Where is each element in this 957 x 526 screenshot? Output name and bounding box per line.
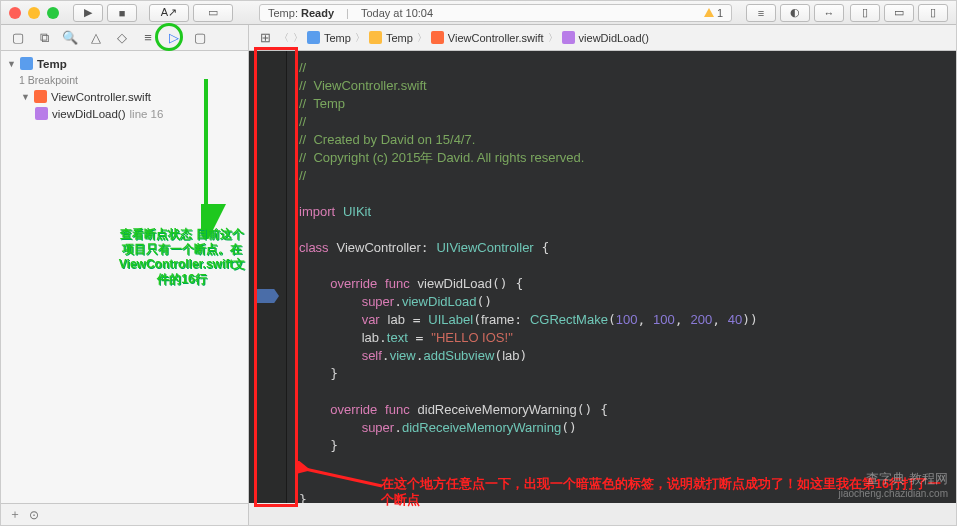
annotation-text-green: 查看断点状态 目前这个项目只有一个断点。在 ViewController.swi… xyxy=(117,227,247,287)
breakpoint-count: 1 Breakpoint xyxy=(1,72,248,88)
swift-file-icon xyxy=(431,31,444,44)
disclosure-icon: ▼ xyxy=(7,59,16,69)
svg-line-1 xyxy=(305,469,382,486)
related-items-icon[interactable]: ⊞ xyxy=(255,28,275,48)
project-icon xyxy=(20,57,33,70)
toggle-debug-button[interactable]: ▭ xyxy=(884,4,914,22)
navigator-selector: ▢ ⧉ 🔍 △ ◇ ≡ ▷ ▢ xyxy=(1,25,249,50)
build-status: Temp: Ready xyxy=(268,7,334,19)
report-nav-icon[interactable]: ▢ xyxy=(187,28,213,48)
symbol-nav-icon[interactable]: ⧉ xyxy=(31,28,57,48)
code-area[interactable]: // // ViewController.swift // Temp // //… xyxy=(287,51,956,503)
stop-icon: ■ xyxy=(119,7,126,19)
destination-selector[interactable]: ▭ xyxy=(193,4,233,22)
folder-icon xyxy=(369,31,382,44)
titlebar: ▶ ■ A↗ ▭ Temp: Ready | Today at 10:04 1 … xyxy=(1,1,956,25)
project-icon xyxy=(307,31,320,44)
activity-view[interactable]: Temp: Ready | Today at 10:04 1 xyxy=(259,4,732,22)
issues-indicator[interactable]: 1 xyxy=(704,7,723,19)
debug-nav-icon[interactable]: ≡ xyxy=(135,28,161,48)
minimize-button[interactable] xyxy=(28,7,40,19)
test-nav-icon[interactable]: ◇ xyxy=(109,28,135,48)
play-icon: ▶ xyxy=(84,6,92,19)
annotation-box-red xyxy=(254,47,298,507)
window-controls xyxy=(9,7,59,19)
project-nav-icon[interactable]: ▢ xyxy=(5,28,31,48)
stop-button[interactable]: ■ xyxy=(107,4,137,22)
scheme-selector[interactable]: A↗ xyxy=(149,4,189,22)
close-button[interactable] xyxy=(9,7,21,19)
warning-icon xyxy=(704,8,714,17)
swift-file-icon xyxy=(34,90,47,103)
method-icon xyxy=(562,31,575,44)
annotation-arrow-red xyxy=(297,461,387,501)
editor-version-button[interactable]: ↔ xyxy=(814,4,844,22)
run-button[interactable]: ▶ xyxy=(73,4,103,22)
add-button[interactable]: ＋ xyxy=(9,506,21,523)
method-icon xyxy=(35,107,48,120)
disclosure-icon: ▼ xyxy=(21,92,30,102)
breakpoint-row[interactable]: viewDidLoad() line 16 xyxy=(1,105,248,122)
jump-bar: ⊞ 〈 〉 Temp〉 Temp〉 ViewController.swift〉 … xyxy=(249,25,956,50)
secondary-toolbar: ▢ ⧉ 🔍 △ ◇ ≡ ▷ ▢ ⊞ 〈 〉 Temp〉 Temp〉 ViewCo… xyxy=(1,25,956,51)
watermark: 查字典 教程网 jiaocheng.chazidian.com xyxy=(838,470,948,499)
editor: // // ViewController.swift // Temp // //… xyxy=(249,51,956,503)
jump-project[interactable]: Temp xyxy=(307,31,351,44)
build-time: Today at 10:04 xyxy=(361,7,433,19)
issue-nav-icon[interactable]: △ xyxy=(83,28,109,48)
jump-file[interactable]: ViewController.swift xyxy=(431,31,544,44)
toggle-utilities-button[interactable]: ▯ xyxy=(918,4,948,22)
toggle-navigator-button[interactable]: ▯ xyxy=(850,4,880,22)
back-button[interactable]: 〈 xyxy=(279,31,289,45)
forward-button[interactable]: 〉 xyxy=(293,31,303,45)
editor-assistant-button[interactable]: ◐ xyxy=(780,4,810,22)
project-row[interactable]: ▼Temp xyxy=(1,55,248,72)
zoom-button[interactable] xyxy=(47,7,59,19)
jump-method[interactable]: viewDidLoad() xyxy=(562,31,649,44)
file-row[interactable]: ▼ViewController.swift xyxy=(1,88,248,105)
filter-bar: ＋ ⊙ xyxy=(1,503,249,525)
editor-standard-button[interactable]: ≡ xyxy=(746,4,776,22)
breakpoint-nav-icon[interactable]: ▷ xyxy=(161,28,187,48)
jump-folder[interactable]: Temp xyxy=(369,31,413,44)
filter-icon[interactable]: ⊙ xyxy=(29,508,39,522)
find-nav-icon[interactable]: 🔍 xyxy=(57,28,83,48)
